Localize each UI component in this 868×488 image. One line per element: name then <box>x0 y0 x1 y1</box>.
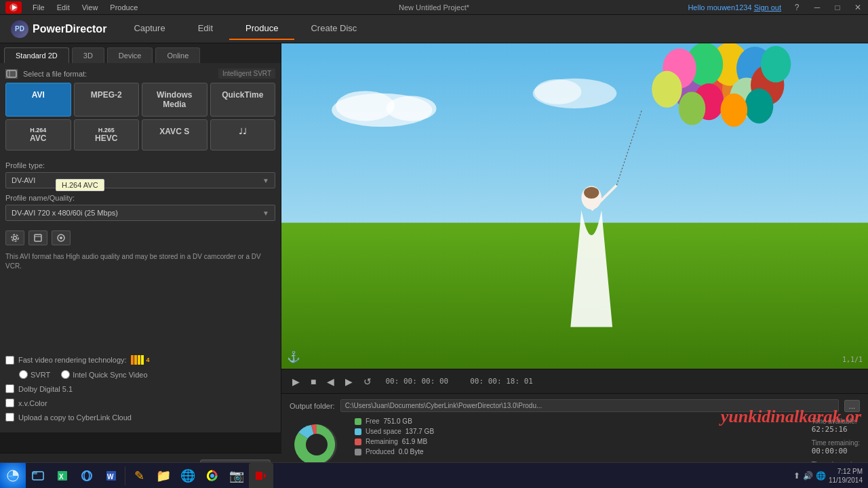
app-name: PD PowerDirector <box>0 20 117 38</box>
intel-radio[interactable] <box>61 370 70 379</box>
svg-point-43 <box>82 471 92 481</box>
legend-remaining: Remaining 61.9 MB <box>355 438 443 445</box>
profile-quality-label: Profile name/Quality: <box>5 194 275 202</box>
hello-text: Hello mouwen1234 Sign out <box>682 3 787 12</box>
corner-coords: 1,1/1 <box>842 356 863 363</box>
prev-frame-button[interactable]: ◀ <box>324 375 337 388</box>
taskbar-video[interactable] <box>249 463 273 489</box>
format-hevc[interactable]: H.265 HEVC <box>74 119 140 150</box>
storage-legend: Free 751.0 GB Used space 137.7 GB Remain… <box>355 418 443 455</box>
section-header: Select a file format: Intelligent SVRT <box>5 68 275 79</box>
profile-type-value: DV-AVI <box>12 176 35 184</box>
free-label: Free <box>366 418 380 425</box>
render-badge: 4 <box>131 355 150 365</box>
close-button[interactable]: ✕ <box>848 0 868 15</box>
format-quicktime[interactable]: QuickTime <box>210 83 276 117</box>
used-dot <box>355 428 361 435</box>
profile-quality-dropdown[interactable]: DV-AVI 720 x 480/60i (25 Mbps) ▼ <box>5 205 275 221</box>
taskbar-sep1 <box>125 466 125 485</box>
preview-icon-btn[interactable] <box>52 230 71 245</box>
svg-point-4 <box>14 237 17 240</box>
taskbar-word[interactable]: W <box>99 463 123 489</box>
tray-icon2: 🔊 <box>803 471 813 481</box>
remaining-value: 61.9 MB <box>402 438 439 445</box>
intel-radio-label[interactable]: Intel Quick Sync Video <box>61 370 147 379</box>
taskbar-app1[interactable]: ✎ <box>127 463 151 489</box>
subtab-device[interactable]: Device <box>107 47 153 63</box>
profile-quality-arrow-icon: ▼ <box>262 209 269 217</box>
time-remaining-row: Time remaining: 00:00:00 <box>812 439 860 455</box>
xcolor-label: x.v.Color <box>18 399 47 407</box>
menu-file[interactable]: File <box>27 2 50 13</box>
format-avi[interactable]: AVI <box>5 83 71 117</box>
stop-button[interactable]: ■ <box>308 375 319 388</box>
sign-out-link[interactable]: Sign out <box>754 3 781 12</box>
legend-used: Used space 137.7 GB <box>355 428 443 435</box>
menu-produce[interactable]: Produce <box>104 2 143 13</box>
tab-edit[interactable]: Edit <box>182 18 229 40</box>
fast-render-checkbox[interactable] <box>5 356 14 365</box>
format-section-label: Select a file format: <box>23 70 87 78</box>
svg-point-33 <box>745 88 773 123</box>
svrt-radio[interactable] <box>19 370 28 379</box>
tray-icon3: 🌐 <box>816 471 826 481</box>
menu-view[interactable]: View <box>77 2 104 13</box>
svg-marker-50 <box>264 473 267 479</box>
time-total: 00: 00: 18: 01 <box>470 377 533 386</box>
main-toolbar: PD PowerDirector Capture Edit Produce Cr… <box>0 15 868 43</box>
help-button[interactable]: ? <box>787 0 807 15</box>
produced-dot <box>355 449 361 455</box>
svg-point-30 <box>761 46 791 83</box>
avc-prefix: H.264 <box>9 127 68 134</box>
description-text: This AVI format has High audio quality a… <box>0 249 281 274</box>
svg-point-14 <box>386 96 436 121</box>
loop-button[interactable]: ↺ <box>361 375 374 388</box>
format-audio[interactable]: ♩♩ <box>210 119 276 150</box>
remaining-dot <box>355 439 361 445</box>
output-header: Output folder: C:\Users\Juan\Documents\C… <box>290 399 860 412</box>
taskbar-camera[interactable]: 📷 <box>224 463 249 489</box>
taskbar-ie[interactable] <box>75 463 99 489</box>
profile-type-arrow-icon: ▼ <box>262 177 269 184</box>
xcolor-checkbox[interactable] <box>5 399 14 407</box>
time-available-label: Time available: <box>812 418 860 425</box>
next-frame-button[interactable]: ▶ <box>342 375 355 388</box>
format-windows-media[interactable]: Windows Media <box>142 83 208 117</box>
upload-checkbox[interactable] <box>5 413 14 422</box>
format-xavc-s[interactable]: XAVC S <box>142 119 208 150</box>
tab-create-disc[interactable]: Create Disc <box>294 18 373 40</box>
tab-produce[interactable]: Produce <box>229 18 294 40</box>
pd-logo-icon: PD <box>11 20 28 38</box>
output-browse-button[interactable]: ... <box>844 400 860 412</box>
dolby-checkbox[interactable] <box>5 384 14 393</box>
svrt-radio-label[interactable]: SVRT <box>19 370 50 379</box>
time-available-row: Time available: 62:25:16 <box>812 418 860 434</box>
svg-point-35 <box>721 94 748 127</box>
subtab-3d[interactable]: 3D <box>72 47 104 63</box>
format-avc[interactable]: H.264 AVC <box>5 119 71 150</box>
maximize-button[interactable]: □ <box>827 0 848 15</box>
edit-icon-btn[interactable] <box>28 230 47 245</box>
windows-start-button[interactable] <box>0 463 26 489</box>
taskbar-app3[interactable]: 🌐 <box>176 463 200 489</box>
taskbar-app2[interactable]: 📁 <box>151 463 176 489</box>
profile-type-dropdown[interactable]: DV-AVI ▼ <box>5 172 275 188</box>
taskbar-chrome[interactable] <box>200 463 224 489</box>
settings-icon-btn[interactable] <box>5 230 24 245</box>
taskbar-explorer[interactable] <box>26 463 50 489</box>
left-panel: Standard 2D 3D Device Online Select a fi… <box>0 43 281 432</box>
subtab-online[interactable]: Online <box>155 47 200 63</box>
smart-icon[interactable] <box>5 69 18 79</box>
tab-capture[interactable]: Capture <box>117 18 181 40</box>
minimize-button[interactable]: ─ <box>807 0 827 15</box>
title-bar: New Untitled Project* <box>399 0 469 15</box>
fast-render-row: Fast video rendering technology: 4 <box>5 355 275 365</box>
subtab-standard2d[interactable]: Standard 2D <box>4 47 69 63</box>
format-mpeg2[interactable]: MPEG-2 <box>74 83 140 117</box>
tray-icon1: ⬆ <box>793 471 800 481</box>
taskbar-excel[interactable]: X <box>50 463 75 489</box>
system-clock: 7:12 PM 11/19/2014 <box>829 467 863 485</box>
svg-point-16 <box>534 79 581 104</box>
play-button[interactable]: ▶ <box>290 375 302 388</box>
menu-edit[interactable]: Edit <box>52 2 75 13</box>
